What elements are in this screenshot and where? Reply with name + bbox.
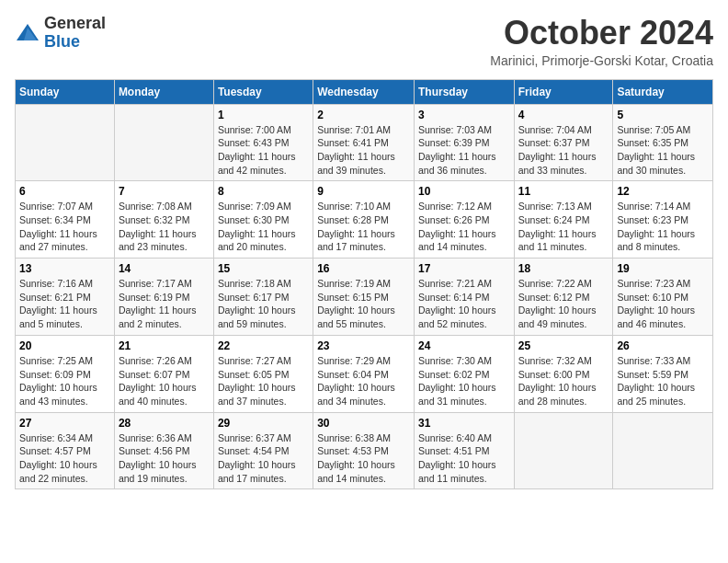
logo: General Blue [15,15,106,52]
day-number: 25 [518,339,609,352]
calendar-cell: 11Sunrise: 7:13 AMSunset: 6:24 PMDayligh… [514,181,613,259]
logo-blue: Blue [44,33,106,52]
calendar-cell: 22Sunrise: 7:27 AMSunset: 6:05 PMDayligh… [213,335,313,412]
logo-icon [15,20,40,46]
day-number: 3 [418,109,510,121]
day-info: Sunrise: 6:34 AMSunset: 4:57 PMDaylight:… [19,431,110,486]
weekday-header-wednesday: Wednesday [313,79,415,104]
calendar-cell: 17Sunrise: 7:21 AMSunset: 6:14 PMDayligh… [414,259,514,336]
calendar-cell: 5Sunrise: 7:05 AMSunset: 6:35 PMDaylight… [613,104,713,181]
week-row-1: 1Sunrise: 7:00 AMSunset: 6:43 PMDaylight… [16,104,713,181]
day-info: Sunrise: 6:36 AMSunset: 4:56 PMDaylight:… [119,431,210,486]
day-number: 27 [19,417,110,430]
day-number: 18 [518,262,609,275]
day-info: Sunrise: 7:04 AMSunset: 6:37 PMDaylight:… [518,123,609,178]
day-info: Sunrise: 7:26 AMSunset: 6:07 PMDaylight:… [119,354,210,408]
calendar-cell: 24Sunrise: 7:30 AMSunset: 6:02 PMDayligh… [414,335,514,412]
day-number: 4 [518,109,609,121]
day-number: 17 [418,262,510,275]
day-info: Sunrise: 6:38 AMSunset: 4:53 PMDaylight:… [317,431,410,486]
day-number: 28 [119,417,210,430]
calendar-cell: 18Sunrise: 7:22 AMSunset: 6:12 PMDayligh… [514,259,613,336]
week-row-2: 6Sunrise: 7:07 AMSunset: 6:34 PMDaylight… [16,181,713,259]
day-info: Sunrise: 7:10 AMSunset: 6:28 PMDaylight:… [317,200,410,254]
weekday-header-monday: Monday [114,79,213,104]
day-number: 21 [119,339,210,352]
day-info: Sunrise: 7:03 AMSunset: 6:39 PMDaylight:… [418,123,510,178]
day-info: Sunrise: 7:00 AMSunset: 6:43 PMDaylight:… [218,123,309,178]
day-number: 19 [617,262,709,275]
calendar-cell: 20Sunrise: 7:25 AMSunset: 6:09 PMDayligh… [16,335,115,412]
day-info: Sunrise: 7:07 AMSunset: 6:34 PMDaylight:… [19,200,110,254]
calendar-cell: 3Sunrise: 7:03 AMSunset: 6:39 PMDaylight… [414,104,514,181]
day-info: Sunrise: 7:01 AMSunset: 6:41 PMDaylight:… [317,123,410,178]
day-info: Sunrise: 7:25 AMSunset: 6:09 PMDaylight:… [19,354,110,408]
day-info: Sunrise: 7:18 AMSunset: 6:17 PMDaylight:… [218,277,309,331]
day-number: 30 [317,417,410,430]
calendar-cell: 10Sunrise: 7:12 AMSunset: 6:26 PMDayligh… [414,181,514,259]
week-row-3: 13Sunrise: 7:16 AMSunset: 6:21 PMDayligh… [16,259,713,336]
page-header: General Blue October 2024 Marinici, Prim… [15,15,713,68]
day-info: Sunrise: 7:08 AMSunset: 6:32 PMDaylight:… [119,200,210,254]
calendar-cell [114,104,213,181]
calendar-cell [613,412,713,489]
day-number: 20 [19,339,110,352]
weekday-header-row: SundayMondayTuesdayWednesdayThursdayFrid… [16,79,713,104]
calendar-cell: 25Sunrise: 7:32 AMSunset: 6:00 PMDayligh… [514,335,613,412]
day-info: Sunrise: 7:21 AMSunset: 6:14 PMDaylight:… [418,277,510,331]
calendar-cell [514,412,613,489]
day-number: 16 [317,262,410,275]
day-info: Sunrise: 7:12 AMSunset: 6:26 PMDaylight:… [418,200,510,254]
calendar-cell: 26Sunrise: 7:33 AMSunset: 5:59 PMDayligh… [613,335,713,412]
calendar-cell: 27Sunrise: 6:34 AMSunset: 4:57 PMDayligh… [16,412,115,489]
day-number: 12 [617,185,709,198]
calendar-cell: 12Sunrise: 7:14 AMSunset: 6:23 PMDayligh… [613,181,713,259]
week-row-5: 27Sunrise: 6:34 AMSunset: 4:57 PMDayligh… [16,412,713,489]
logo-general: General [44,15,106,33]
calendar-cell: 23Sunrise: 7:29 AMSunset: 6:04 PMDayligh… [313,335,415,412]
month-title: October 2024 [490,15,713,52]
day-info: Sunrise: 6:37 AMSunset: 4:54 PMDaylight:… [218,431,309,486]
calendar-cell [16,104,115,181]
day-number: 6 [19,185,110,198]
day-info: Sunrise: 7:14 AMSunset: 6:23 PMDaylight:… [617,200,709,254]
calendar-cell: 2Sunrise: 7:01 AMSunset: 6:41 PMDaylight… [313,104,415,181]
calendar-cell: 28Sunrise: 6:36 AMSunset: 4:56 PMDayligh… [114,412,213,489]
title-section: October 2024 Marinici, Primorje-Gorski K… [490,15,713,68]
day-number: 15 [218,262,309,275]
day-number: 9 [317,185,410,198]
day-number: 8 [218,185,309,198]
location-subtitle: Marinici, Primorje-Gorski Kotar, Croatia [490,53,713,68]
calendar-cell: 7Sunrise: 7:08 AMSunset: 6:32 PMDaylight… [114,181,213,259]
calendar-cell: 30Sunrise: 6:38 AMSunset: 4:53 PMDayligh… [313,412,415,489]
calendar-cell: 1Sunrise: 7:00 AMSunset: 6:43 PMDaylight… [213,104,313,181]
calendar-cell: 15Sunrise: 7:18 AMSunset: 6:17 PMDayligh… [213,259,313,336]
day-number: 10 [418,185,510,198]
weekday-header-thursday: Thursday [414,79,514,104]
day-number: 23 [317,339,410,352]
day-info: Sunrise: 7:16 AMSunset: 6:21 PMDaylight:… [19,277,110,331]
day-number: 13 [19,262,110,275]
calendar-cell: 31Sunrise: 6:40 AMSunset: 4:51 PMDayligh… [414,412,514,489]
day-info: Sunrise: 7:23 AMSunset: 6:10 PMDaylight:… [617,277,709,331]
day-number: 7 [119,185,210,198]
day-info: Sunrise: 6:40 AMSunset: 4:51 PMDaylight:… [418,431,510,486]
day-info: Sunrise: 7:22 AMSunset: 6:12 PMDaylight:… [518,277,609,331]
day-number: 31 [418,417,510,430]
day-number: 11 [518,185,609,198]
weekday-header-tuesday: Tuesday [213,79,313,104]
day-info: Sunrise: 7:19 AMSunset: 6:15 PMDaylight:… [317,277,410,331]
day-info: Sunrise: 7:13 AMSunset: 6:24 PMDaylight:… [518,200,609,254]
calendar-table: SundayMondayTuesdayWednesdayThursdayFrid… [15,79,713,490]
day-number: 1 [218,109,309,121]
weekday-header-sunday: Sunday [16,79,115,104]
calendar-cell: 4Sunrise: 7:04 AMSunset: 6:37 PMDaylight… [514,104,613,181]
day-info: Sunrise: 7:27 AMSunset: 6:05 PMDaylight:… [218,354,309,408]
day-info: Sunrise: 7:32 AMSunset: 6:00 PMDaylight:… [518,354,609,408]
calendar-cell: 9Sunrise: 7:10 AMSunset: 6:28 PMDaylight… [313,181,415,259]
day-info: Sunrise: 7:17 AMSunset: 6:19 PMDaylight:… [119,277,210,331]
day-number: 22 [218,339,309,352]
calendar-cell: 29Sunrise: 6:37 AMSunset: 4:54 PMDayligh… [213,412,313,489]
calendar-cell: 8Sunrise: 7:09 AMSunset: 6:30 PMDaylight… [213,181,313,259]
day-info: Sunrise: 7:09 AMSunset: 6:30 PMDaylight:… [218,200,309,254]
